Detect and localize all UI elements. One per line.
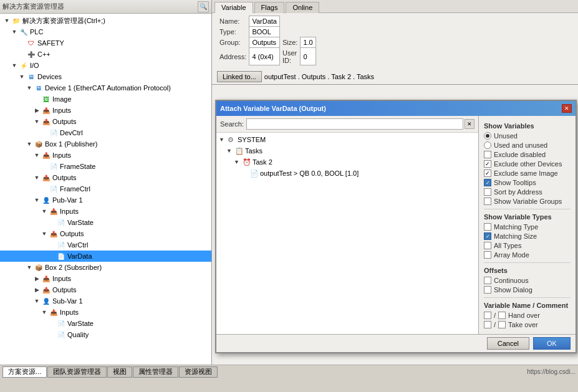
- tree-expander[interactable]: [47, 330, 56, 339]
- cancel-button[interactable]: Cancel: [487, 337, 529, 350]
- checkbox-matching-type[interactable]: [484, 223, 491, 231]
- checkbox-take-over-outer[interactable]: [484, 321, 491, 328]
- left-tree-item[interactable]: ▶📥Inputs: [0, 105, 211, 116]
- tree-expander[interactable]: [40, 184, 49, 193]
- checkbox-take-over-inner[interactable]: [498, 321, 506, 328]
- left-tree-item[interactable]: 📄VarData: [0, 251, 211, 262]
- tree-expander[interactable]: [47, 252, 56, 261]
- tree-expander[interactable]: [40, 162, 49, 171]
- left-tree-item[interactable]: ▼🔧PLC: [0, 26, 211, 37]
- left-tree-item[interactable]: ▼📥Inputs: [0, 150, 211, 161]
- tree-expander[interactable]: ▼: [10, 61, 19, 70]
- dialog-tree-item[interactable]: ▼📋Tasks: [216, 145, 478, 156]
- left-tree-item[interactable]: 📄FrameCtrl: [0, 183, 211, 194]
- left-tree-item[interactable]: ▼📥Inputs: [0, 307, 211, 318]
- tree-expander[interactable]: ▼: [226, 148, 235, 154]
- left-tree-item[interactable]: ▼📦Box 1 (Publisher): [0, 138, 211, 150]
- tree-expander[interactable]: ▼: [40, 207, 49, 216]
- radio-unused[interactable]: [484, 132, 491, 140]
- status-tab[interactable]: 方案资源...: [2, 366, 47, 378]
- tree-expander[interactable]: ▼: [32, 196, 41, 204]
- tree-expander[interactable]: [47, 241, 56, 249]
- tree-expander[interactable]: [47, 319, 56, 328]
- left-tree-item[interactable]: ▼📥Inputs: [0, 206, 211, 217]
- dialog-tree-item[interactable]: ▼⚙SYSTEM: [216, 134, 478, 145]
- tree-expander[interactable]: ▼: [2, 16, 11, 25]
- status-tab[interactable]: 资源视图: [179, 366, 218, 378]
- dialog-tree-item-label: Tasks: [245, 147, 263, 155]
- status-tab[interactable]: 视图: [107, 366, 132, 378]
- checkbox-continuous[interactable]: [484, 277, 491, 284]
- tree-expander[interactable]: ▼: [32, 173, 41, 182]
- left-tree-item[interactable]: 📄VarState: [0, 318, 211, 329]
- left-tree-item[interactable]: ▼📁解决方案资源管理器(Ctrl+;): [0, 15, 211, 26]
- left-tree-item[interactable]: 📄VarState: [0, 217, 211, 228]
- left-search-btn[interactable]: 🔍: [198, 1, 209, 12]
- left-tree-item[interactable]: ▼🖥Devices: [0, 71, 211, 82]
- variable-name-title: Variable Name / Comment: [484, 302, 571, 309]
- left-tree-item[interactable]: ▼📦Box 2 (Subscriber): [0, 262, 211, 273]
- tab-variable[interactable]: Variable: [214, 2, 253, 13]
- left-tree-item[interactable]: 📄FrameState: [0, 161, 211, 172]
- status-tab[interactable]: 团队资源管理器: [47, 366, 107, 378]
- linked-to-button[interactable]: Linked to...: [217, 71, 262, 82]
- checkbox-all-types[interactable]: [484, 242, 491, 249]
- tree-expander[interactable]: [47, 218, 56, 227]
- left-tree-item[interactable]: 📄Quality: [0, 329, 211, 340]
- tree-expander[interactable]: ▼: [32, 297, 41, 305]
- checkbox-show-variable-groups[interactable]: [484, 198, 491, 205]
- checkbox-hand-over-inner[interactable]: [498, 312, 506, 319]
- tree-expander[interactable]: ▼: [17, 72, 26, 81]
- checkbox-show-dialog[interactable]: [484, 286, 491, 294]
- checkbox-show-tooltips[interactable]: ✓: [484, 179, 491, 186]
- radio-used-unused[interactable]: [484, 141, 491, 149]
- left-tree-item[interactable]: 📄DevCtrl: [0, 127, 211, 138]
- left-tree-item[interactable]: ▶📥Inputs: [0, 273, 211, 284]
- tree-expander[interactable]: ▼: [32, 117, 41, 126]
- tree-expander[interactable]: ▼: [32, 151, 41, 160]
- tree-expander[interactable]: [40, 128, 49, 137]
- checkbox-array-mode[interactable]: [484, 251, 491, 259]
- tree-expander[interactable]: ▶: [32, 106, 41, 115]
- left-tree-item[interactable]: ▼👤Pub-Var 1: [0, 194, 211, 206]
- tab-flags[interactable]: Flags: [254, 2, 285, 13]
- tree-expander[interactable]: ▼: [40, 308, 49, 317]
- dialog-search-input[interactable]: [246, 118, 463, 130]
- checkbox-exclude-disabled[interactable]: [484, 151, 491, 158]
- checkbox-matching-size[interactable]: ✓: [484, 232, 491, 240]
- left-tree-item[interactable]: ▼⚡I/O: [0, 60, 211, 71]
- tree-expander[interactable]: ▼: [234, 159, 243, 165]
- left-tree-item[interactable]: ▼📤Outputs: [0, 172, 211, 183]
- left-tree-item[interactable]: ▼🖥Device 1 (EtherCAT Automation Protocol…: [0, 82, 211, 93]
- left-tree-item[interactable]: ▼📤Outputs: [0, 116, 211, 127]
- checkbox-hand-over-outer[interactable]: [484, 312, 491, 319]
- dialog-tree-item[interactable]: ▼⏰Task 2: [216, 156, 478, 168]
- left-tree-item[interactable]: ➕C++: [0, 49, 211, 60]
- tree-expander[interactable]: [17, 50, 26, 59]
- dialog-close-button[interactable]: ✕: [562, 104, 572, 113]
- tab-online[interactable]: Online: [286, 2, 319, 13]
- tree-expander[interactable]: ▼: [219, 136, 228, 143]
- left-tree-item[interactable]: 🖼Image: [0, 93, 211, 105]
- dialog-search-clear-button[interactable]: ✕: [465, 119, 474, 129]
- tree-expander[interactable]: ▶: [32, 285, 41, 294]
- dialog-tree-item[interactable]: 📄outputTest > QB 0.0, BOOL [1.0]: [216, 168, 478, 179]
- left-tree-item[interactable]: ▼📤Outputs: [0, 228, 211, 239]
- left-tree-item[interactable]: 🛡SAFETY: [0, 37, 211, 49]
- tree-expander[interactable]: ▼: [10, 27, 19, 36]
- left-tree-item[interactable]: ▼👤Sub-Var 1: [0, 295, 211, 307]
- status-tab[interactable]: 属性管理器: [133, 366, 178, 378]
- tree-expander[interactable]: ▼: [25, 263, 34, 272]
- tree-expander[interactable]: ▶: [32, 274, 41, 283]
- left-tree-item[interactable]: ▶📤Outputs: [0, 284, 211, 295]
- tree-expander[interactable]: [32, 95, 41, 103]
- tree-expander[interactable]: ▼: [25, 140, 34, 148]
- checkbox-exclude-other-devices[interactable]: ✓: [484, 160, 491, 168]
- ok-button[interactable]: OK: [533, 337, 571, 350]
- checkbox-sort-by-address[interactable]: [484, 188, 491, 196]
- left-tree-item[interactable]: 📄VarCtrl: [0, 239, 211, 251]
- tree-expander[interactable]: ▼: [40, 229, 49, 238]
- tree-expander[interactable]: [17, 39, 26, 47]
- checkbox-exclude-same-image[interactable]: ✓: [484, 170, 491, 177]
- tree-expander[interactable]: ▼: [25, 84, 34, 92]
